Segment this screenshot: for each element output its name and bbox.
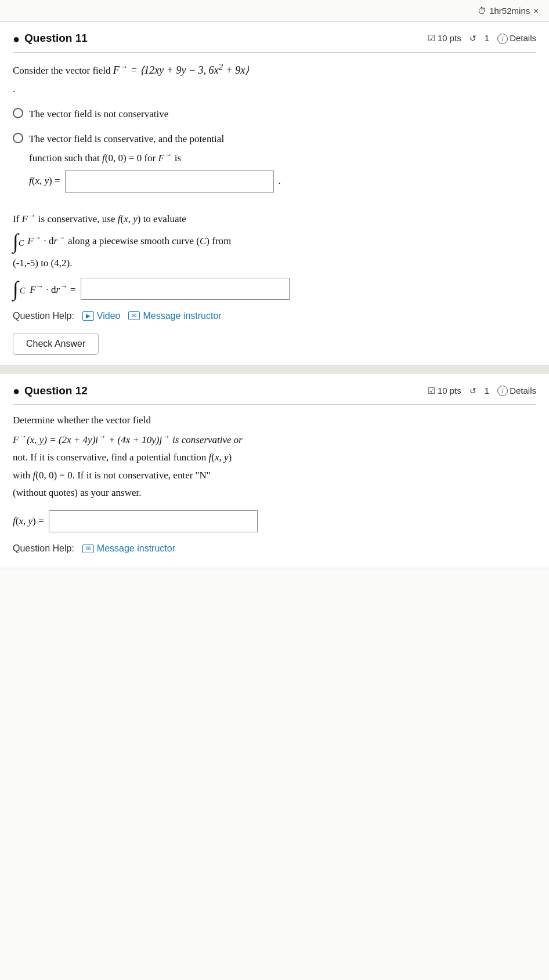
q11-option1[interactable]: The vector field is not conservative: [13, 106, 536, 123]
q11-option1-label: The vector field is not conservative: [29, 106, 168, 123]
mail-icon-q12: ✉: [82, 545, 94, 553]
question-11-meta: ☑ 10 pts ↺ 1 i Details: [428, 32, 536, 45]
question-12-header: ● Question 12 ☑ 10 pts ↺ 1 i Details: [13, 382, 536, 405]
q12-help-label: Question Help:: [13, 540, 74, 557]
q11-video-link[interactable]: ▶ Video: [82, 308, 121, 324]
q11-vector-eq: F→ = ⟨12xy + 9y − 3, 6x2 + 9x⟩: [113, 64, 250, 76]
q12-fxy-input[interactable]: [49, 510, 258, 532]
q11-fxy-input[interactable]: [65, 170, 274, 193]
q11-fxy-dot: .: [279, 173, 281, 190]
video-icon: ▶: [82, 311, 94, 321]
question-12-label: Question 12: [24, 383, 88, 400]
q11-option2-text: The vector field is conservative, and th…: [29, 131, 281, 200]
question-11-block: ● Question 11 ☑ 10 pts ↺ 1 i Details Con…: [0, 22, 549, 366]
q11-integral-input[interactable]: [81, 278, 290, 300]
page: ⏱ 1hr52mins × ● Question 11 ☑ 10 pts ↺ 1…: [0, 0, 549, 980]
q11-problem-text: Consider the vector field F→ = ⟨12xy + 9…: [13, 60, 536, 79]
question-12-title: ● Question 12: [13, 382, 88, 400]
q11-integral-intro: If F→ is conservative, use f(x, y) to ev…: [13, 209, 536, 228]
q11-points-text: (-1,-5) to (4,2).: [13, 255, 536, 272]
question-11-bullet: ●: [13, 30, 20, 48]
timer-value: 1hr52mins: [489, 5, 530, 18]
q11-dot: .: [13, 81, 536, 98]
q11-integral-equals-label: F→ · dr→ =: [30, 280, 75, 299]
details-link-q12[interactable]: i Details: [497, 384, 536, 398]
q12-problem-line4: with f(0, 0) = 0. If it is not conservat…: [13, 467, 536, 485]
q11-option2-line2: function such that f(0, 0) = 0 for F→ is: [29, 148, 281, 167]
q11-integral-answer-row: ∫ C F→ · dr→ =: [13, 278, 536, 300]
q11-integral-section: If F→ is conservative, use f(x, y) to ev…: [13, 209, 536, 300]
q11-integral-display: ∫ C F→ · dr→ along a piecewise smooth cu…: [13, 231, 536, 252]
q11-message-label: Message instructor: [143, 308, 221, 324]
q11-fxy-row: f(x, y) = .: [29, 170, 281, 193]
question-11-pts: ☑ 10 pts: [428, 32, 461, 45]
retry-icon: ↺: [469, 32, 476, 45]
q11-help-label: Question Help:: [13, 308, 74, 324]
q11-int-sub2: C: [20, 284, 25, 298]
q12-problem-line3: not. If it is conservative, find a poten…: [13, 449, 536, 467]
timer-icon: ⏱: [478, 5, 486, 18]
details-label-q11: Details: [510, 32, 536, 45]
q12-message-link[interactable]: ✉ Message instructor: [82, 540, 175, 557]
pts-check-icon-q12: ☑: [428, 384, 435, 398]
q11-integral-ans-sym: ∫ C: [13, 278, 25, 299]
q11-integral-expr: F→ · dr→ along a piecewise smooth curve …: [27, 231, 231, 250]
question-12-bullet: ●: [13, 382, 20, 400]
question-11-content: Consider the vector field F→ = ⟨12xy + 9…: [13, 60, 536, 355]
details-label-q12: Details: [510, 384, 536, 398]
q11-fxy-label: f(x, y) =: [29, 173, 60, 190]
timer-bar: ⏱ 1hr52mins ×: [0, 0, 549, 22]
question-12-meta: ☑ 10 pts ↺ 1 i Details: [428, 384, 536, 398]
question-11-label: Question 11: [24, 30, 88, 47]
retry-icon-q12: ↺: [469, 385, 476, 397]
q11-int-sym2: ∫: [13, 278, 19, 299]
mail-icon-q11: ✉: [128, 311, 140, 320]
q11-integral-sym: ∫: [13, 231, 19, 252]
retry-count: 1: [485, 32, 489, 45]
q11-integral-symbol-wrap: ∫ C: [13, 231, 24, 252]
details-link-q11[interactable]: i Details: [497, 32, 536, 45]
info-icon-q12: i: [497, 386, 508, 396]
q11-radio2[interactable]: [13, 133, 23, 143]
question-12-content: Determine whether the vector field F→(x,…: [13, 412, 536, 557]
q11-message-link[interactable]: ✉ Message instructor: [128, 308, 221, 324]
q12-fxy-label: f(x, y) =: [13, 513, 44, 531]
q12-problem-line1: Determine whether the vector field: [13, 412, 536, 430]
q12-message-label: Message instructor: [97, 540, 175, 557]
retry-count-q12: 1: [485, 384, 489, 398]
pts-value: 10 pts: [438, 32, 461, 45]
q11-help-row: Question Help: ▶ Video ✉ Message instruc…: [13, 308, 536, 324]
section-separator: [0, 366, 549, 374]
q12-help-row: Question Help: ✉ Message instructor: [13, 540, 536, 557]
close-icon[interactable]: ×: [533, 5, 539, 18]
question-11-title: ● Question 11: [13, 30, 88, 48]
question-11-header: ● Question 11 ☑ 10 pts ↺ 1 i Details: [13, 30, 536, 53]
question-12-pts: ☑ 10 pts: [428, 384, 461, 398]
q11-radio1[interactable]: [13, 108, 23, 118]
q12-problem-line5: (without quotes) as your answer.: [13, 484, 536, 502]
q11-option2-line1: The vector field is conservative, and th…: [29, 131, 281, 148]
q11-check-answer-button[interactable]: Check Answer: [13, 333, 99, 355]
pts-value-q12: 10 pts: [438, 384, 461, 398]
question-12-block: ● Question 12 ☑ 10 pts ↺ 1 i Details Det…: [0, 374, 549, 568]
pts-check-icon: ☑: [428, 32, 435, 45]
q12-fxy-row: f(x, y) =: [13, 510, 536, 532]
q12-problem-line2: F→(x, y) = (2x + 4y)i→ + (4x + 10y)j→ is…: [13, 430, 536, 449]
q11-video-label: Video: [97, 308, 121, 324]
q11-option2[interactable]: The vector field is conservative, and th…: [13, 131, 536, 200]
q11-integral-sub: C: [19, 237, 24, 251]
info-icon-q11: i: [497, 34, 508, 44]
